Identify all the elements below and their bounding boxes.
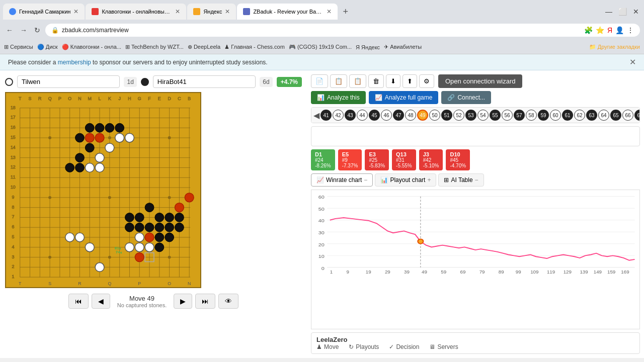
critical-j3[interactable]: J3 #42 -5.10% [419, 149, 443, 170]
bookmark-klavogonki[interactable]: 🔴 Клавогонки - онла... [62, 44, 121, 50]
svg-point-73 [108, 136, 111, 139]
svg-text:6: 6 [12, 224, 14, 229]
prev-move-button[interactable]: ◀ [92, 294, 110, 309]
move-60[interactable]: 60 [550, 110, 561, 121]
move-52[interactable]: 52 [453, 110, 464, 121]
playout-chart-plus[interactable]: + [427, 176, 431, 184]
connect-button[interactable]: 🔗 Connect... [441, 91, 491, 104]
bookmark-yandex[interactable]: Я Яндекс [356, 44, 380, 50]
notification-close[interactable]: ✕ [629, 57, 636, 67]
black-player-input[interactable] [153, 75, 256, 88]
move-56[interactable]: 56 [502, 110, 513, 121]
move-54[interactable]: 54 [477, 110, 489, 121]
ai-table-minus[interactable]: − [475, 176, 478, 184]
analyze-this-button[interactable]: 📊 Analyze this [311, 91, 366, 104]
tab-2[interactable]: Клавогонки - онлайновый кла... ✕ [86, 4, 186, 20]
critical-d1[interactable]: D1 #24 -8.26% [311, 149, 335, 170]
critical-e3[interactable]: E3 #25 -5.83% [365, 149, 389, 170]
critical-q13[interactable]: Q13 #31 -5.55% [392, 149, 416, 170]
go-board-svg[interactable]: T S R Q P O N M L K J H G F E D C [5, 92, 201, 288]
svg-text:139: 139 [580, 270, 588, 275]
last-move-button[interactable]: ⏭ [195, 294, 215, 309]
bookmark-other[interactable]: 📁 Другие закладки [589, 44, 640, 50]
move-45[interactable]: 45 [369, 110, 380, 121]
move-50[interactable]: 50 [429, 110, 440, 121]
download-button[interactable]: ⬇ [386, 74, 400, 88]
svg-text:S: S [29, 96, 32, 101]
tab-close-4[interactable]: ✕ [327, 8, 332, 15]
membership-link[interactable]: membership [58, 59, 91, 66]
reload-button[interactable]: ↻ [32, 24, 42, 36]
critical-d10[interactable]: D10 #45 -4.70% [446, 149, 470, 170]
bookmark-cgos[interactable]: 🎮 (CGOS) 19x19 Com... [289, 44, 352, 50]
move-57[interactable]: 57 [514, 110, 525, 121]
move-55[interactable]: 55 [490, 110, 501, 121]
forward-button[interactable]: → [18, 24, 29, 36]
move-66[interactable]: 66 [622, 110, 633, 121]
move-42[interactable]: 42 [333, 110, 344, 121]
tab-playout-chart[interactable]: 📊 Playout chart + [375, 173, 436, 187]
bookmark-apps[interactable]: ⊞ Сервисы [4, 44, 33, 50]
move-67[interactable]: 67 [634, 110, 640, 121]
tab-winrate-chart[interactable]: 📈 Winrate chart − [311, 173, 373, 187]
paste-sgf-button[interactable]: 📋 [330, 74, 347, 88]
move-48[interactable]: 48 [405, 110, 416, 121]
move-info: Move 49 No captured stones. [117, 295, 167, 308]
tab-3[interactable]: Яндекс ✕ [187, 4, 236, 20]
move-63[interactable]: 63 [586, 110, 597, 121]
tab-4[interactable]: ZBaduk - Review your Baduk ga... ✕ [237, 4, 338, 20]
bookmark-chess[interactable]: ♟ Главная - Chess.com [224, 44, 285, 50]
first-move-button[interactable]: ⏮ [68, 294, 89, 309]
close-button[interactable]: ✕ [631, 6, 641, 18]
copy-sgf-button[interactable]: 📄 [311, 74, 328, 88]
move-49-current[interactable]: 49 [417, 110, 428, 121]
move-65[interactable]: 65 [610, 110, 621, 121]
tab-close-1[interactable]: ✕ [73, 8, 78, 15]
move-64[interactable]: 64 [598, 110, 609, 121]
bookmark-flights[interactable]: ✈ Авиабилеты [384, 44, 422, 50]
move-58[interactable]: 58 [526, 110, 537, 121]
bookmark-techbench[interactable]: ⊞ TechBench by WZT... [125, 44, 184, 50]
clipboard-button[interactable]: 📋 [349, 74, 366, 88]
minimize-button[interactable]: — [603, 6, 614, 18]
move-59[interactable]: 59 [538, 110, 549, 121]
address-box[interactable]: 🔒 zbaduk.com/smartreview 🧩 ⭐ Я 👤 ⋮ [45, 24, 640, 37]
menu-icon[interactable]: ⋮ [627, 26, 634, 34]
playout-chart-icon: 📊 [380, 176, 388, 184]
upload-button[interactable]: ⬆ [403, 74, 417, 88]
move-47[interactable]: 47 [393, 110, 404, 121]
svg-text:60: 60 [318, 195, 325, 200]
back-button[interactable]: ← [4, 24, 15, 36]
analyze-full-label: Analyze full game [385, 94, 433, 101]
svg-text:5: 5 [12, 234, 14, 239]
move-scroll-left[interactable]: ◀ [313, 111, 319, 120]
move-44[interactable]: 44 [357, 110, 368, 121]
move-51[interactable]: 51 [441, 110, 452, 121]
next-move-button[interactable]: ▶ [174, 294, 192, 309]
white-player-input[interactable] [17, 75, 120, 88]
settings-button[interactable]: ⚙ [419, 74, 434, 88]
delete-button[interactable]: 🗑 [368, 74, 384, 88]
tab-1[interactable]: Геннадий Самаркин ✕ [3, 4, 85, 20]
move-61[interactable]: 61 [562, 110, 573, 121]
move-53[interactable]: 53 [465, 110, 476, 121]
analyze-full-game-button[interactable]: 📈 Analyze full game [369, 91, 439, 104]
move-41[interactable]: 41 [320, 110, 332, 121]
star-icon[interactable]: ⭐ [596, 26, 604, 34]
open-wizard-button[interactable]: Open connection wizard [438, 74, 522, 88]
bookmark-deepleela[interactable]: ⊕ DeepLeela [188, 44, 220, 50]
bookmark-disk[interactable]: 🔵 Диск [37, 44, 58, 50]
critical-e5[interactable]: E5 #9 -7.37% [338, 149, 362, 170]
new-tab-button[interactable]: + [339, 5, 352, 19]
tab-ai-table[interactable]: ⊞ AI Table − [438, 173, 484, 187]
winrate-chart-minus[interactable]: − [364, 176, 367, 184]
tab-close-2[interactable]: ✕ [175, 8, 180, 15]
maximize-button[interactable]: ⬜ [616, 6, 629, 18]
eye-button[interactable]: 👁 [218, 294, 238, 309]
move-62[interactable]: 62 [574, 110, 585, 121]
move-numbers-row[interactable]: ◀ 41 42 43 44 45 46 47 48 49 50 51 52 53… [311, 107, 640, 123]
svg-point-74 [168, 136, 171, 139]
tab-close-3[interactable]: ✕ [225, 8, 230, 15]
move-43[interactable]: 43 [345, 110, 356, 121]
move-46[interactable]: 46 [381, 110, 392, 121]
